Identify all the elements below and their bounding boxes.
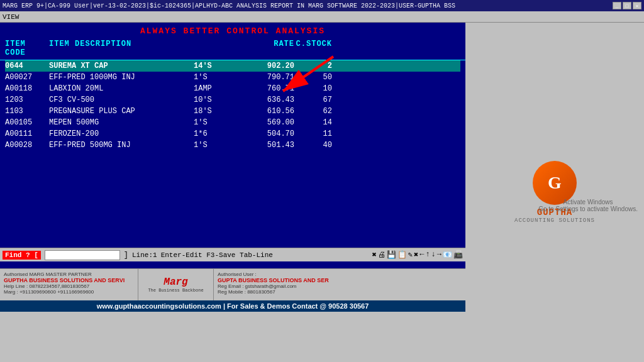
- footer-bottom: www.gupthaaccountingsolutions.com | For …: [0, 300, 465, 312]
- row-code: A00027: [5, 73, 49, 82]
- col-header-item-desc: ITEM DESCRIPTION: [49, 40, 194, 57]
- row-pack: 18'S: [194, 107, 244, 116]
- row-cstock: 2: [294, 62, 332, 70]
- table-row[interactable]: A00111 FEROZEN-200 1*6 504.70 11: [5, 128, 460, 140]
- reg-email: Reg Email : gstsharath@gmail.com: [218, 283, 462, 289]
- row-desc: PREGNASURE PLUS CAP: [49, 107, 194, 116]
- row-pack: 1AMP: [194, 84, 244, 93]
- row-cstock: 50: [294, 73, 332, 82]
- toolbar-icon-7[interactable]: ←: [419, 250, 424, 260]
- row-pack: 14'S: [194, 62, 244, 70]
- toolbar-icon-10[interactable]: →: [437, 250, 441, 260]
- row-code: A00111: [5, 129, 49, 138]
- row-pack: 1'S: [194, 73, 244, 82]
- toolbar-icon-4[interactable]: 📋: [397, 250, 407, 260]
- toolbar-icon-9[interactable]: ↓: [431, 250, 436, 260]
- col-header-rate: RATE: [244, 40, 294, 57]
- row-rate: 790.71: [244, 73, 294, 82]
- guptha-logo: G GUPTHA ACCOUNTING SOLUTIONS: [514, 161, 595, 224]
- auth-user-label: Authorised User :: [218, 272, 462, 277]
- table-row[interactable]: 0644 SUREMA XT CAP 14'S 902.20 2: [5, 60, 460, 72]
- row-cstock: 10: [294, 84, 332, 93]
- close-button[interactable]: ✕: [633, 2, 641, 9]
- row-rate: 636.43: [244, 96, 294, 104]
- activate-line1: Activate Windows: [538, 199, 638, 206]
- row-code: A00105: [5, 118, 49, 127]
- row-cstock: 62: [294, 107, 332, 116]
- minimize-button[interactable]: _: [613, 2, 621, 9]
- marg-logo: Marg: [164, 277, 187, 288]
- row-desc: EFF-PRED 1000MG INJ: [49, 73, 194, 82]
- logo-subtext: ACCOUNTING SOLUTIONS: [514, 217, 595, 224]
- marg-tagline: The Business Backbone: [148, 288, 203, 293]
- row-cstock: 11: [294, 129, 332, 138]
- row-desc: LABXION 20ML: [49, 84, 194, 93]
- row-rate: 610.56: [244, 107, 294, 116]
- table-row[interactable]: A00118 LABXION 20ML 1AMP 760.71 10: [5, 83, 460, 94]
- row-pack: 1'S: [194, 141, 244, 150]
- row-pack: 1*6: [194, 129, 244, 138]
- col-header-cstock: C.STOCK: [294, 40, 332, 57]
- toolbar-icon-1[interactable]: ✖: [372, 250, 376, 260]
- toolbar-icon-5[interactable]: ✎: [408, 250, 413, 260]
- toolbar-icon-12[interactable]: 📠: [453, 250, 463, 260]
- footer: Authorised MARG MASTER PARTNER GUPTHA BU…: [0, 268, 465, 312]
- table-row[interactable]: A00027 EFF-PRED 1000MG INJ 1'S 790.71 50: [5, 72, 460, 83]
- logo-letter: G: [548, 173, 562, 193]
- row-rate: 760.71: [244, 84, 294, 93]
- row-code: A00118: [5, 84, 49, 93]
- row-cstock: 14: [294, 118, 332, 127]
- data-table: 0644 SUREMA XT CAP 14'S 902.20 2 A00027 …: [0, 60, 465, 151]
- toolbar-icon-2[interactable]: 🖨: [378, 250, 386, 260]
- table-row[interactable]: 1203 CF3 CV-500 10'S 636.43 67: [5, 94, 460, 106]
- row-cstock: 40: [294, 141, 332, 150]
- menu-view[interactable]: VIEW: [3, 13, 19, 21]
- toolbar-icon-8[interactable]: ↑: [425, 250, 430, 260]
- main-content: ALWAYS BETTER CONTROL ANALYSIS ITEM CODE…: [0, 23, 465, 312]
- col-header-item-code: ITEM CODE: [5, 40, 49, 57]
- find-input[interactable]: [45, 250, 120, 260]
- table-row[interactable]: A00105 MEPEN 500MG 1'S 569.00 14: [5, 117, 460, 128]
- activate-line2: Go to Settings to activate Windows.: [538, 206, 638, 212]
- toolbar-icons: ✖ 🖨 💾 📋 ✎ ✖ ← ↑ ↓ → 📧 📠: [372, 250, 463, 260]
- maximize-button[interactable]: □: [623, 2, 631, 9]
- row-rate: 501.43: [244, 141, 294, 150]
- window-controls: _ □ ✕: [613, 2, 641, 9]
- company-name-2: GUPTA BUSINESS SOLUTIONS AND SER: [218, 277, 462, 283]
- row-pack: 1'S: [194, 118, 244, 127]
- auth-partner-label: Authorised MARG MASTER PARTNER: [4, 272, 134, 277]
- status-bar: Find ? [ ] Line:1 Enter-Edit F3-Save Tab…: [0, 248, 465, 261]
- footer-left: Authorised MARG MASTER PARTNER GUPTHA BU…: [0, 269, 138, 300]
- row-pack: 10'S: [194, 96, 244, 104]
- toolbar-icon-11[interactable]: 📧: [443, 250, 452, 260]
- line-info: Line:1: [132, 251, 157, 259]
- enter-edit-text: Enter-Edit F3-Save Tab-Line: [161, 251, 273, 259]
- row-rate: 504.70: [244, 129, 294, 138]
- row-cstock: 67: [294, 96, 332, 104]
- table-row[interactable]: A00028 EFF-PRED 500MG INJ 1'S 501.43 40: [5, 140, 460, 151]
- title-text: MARG ERP 9+|CA-999 User|ver-13-02-2023|$…: [3, 3, 455, 9]
- footer-center: Marg The Business Backbone: [138, 269, 214, 300]
- table-row[interactable]: 1103 PREGNASURE PLUS CAP 18'S 610.56 62: [5, 106, 460, 117]
- row-code: A00028: [5, 141, 49, 150]
- reg-mobile: Reg Mobile : 8801830567: [218, 289, 462, 295]
- col-header-pack: [194, 40, 244, 57]
- right-panel: G GUPTHA ACCOUNTING SOLUTIONS Activate W…: [465, 23, 644, 362]
- row-code: 1103: [5, 107, 49, 116]
- toolbar-icon-6[interactable]: ✖: [414, 250, 418, 260]
- row-code: 1203: [5, 96, 49, 104]
- row-desc: FEROZEN-200: [49, 129, 194, 138]
- toolbar-icon-3[interactable]: 💾: [387, 250, 396, 260]
- report-title: ALWAYS BETTER CONTROL ANALYSIS: [0, 23, 465, 37]
- row-desc: CF3 CV-500: [49, 96, 194, 104]
- footer-right: Authorised User : GUPTA BUSINESS SOLUTIO…: [214, 269, 465, 300]
- footer-top: Authorised MARG MASTER PARTNER GUPTHA BU…: [0, 269, 465, 300]
- row-rate: 569.00: [244, 118, 294, 127]
- help-line: Help Line : 08782234567,8801830567: [4, 283, 134, 289]
- menu-bar: VIEW: [0, 11, 644, 23]
- title-bar: MARG ERP 9+|CA-999 User|ver-13-02-2023|$…: [0, 0, 644, 11]
- row-code: 0644: [5, 62, 49, 70]
- activate-windows: Activate Windows Go to Settings to activ…: [538, 199, 638, 212]
- find-label: Find ? [: [3, 251, 41, 260]
- find-bracket: ]: [124, 251, 128, 260]
